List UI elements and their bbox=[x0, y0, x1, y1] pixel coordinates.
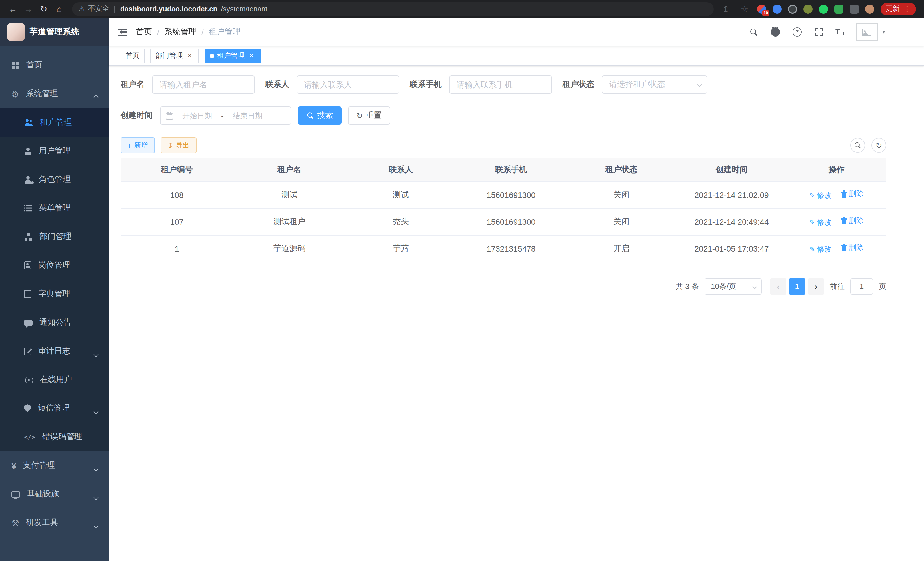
sidebar-item-user-management[interactable]: 用户管理 bbox=[0, 137, 109, 165]
tab-tenant-management[interactable]: 租户管理 × bbox=[205, 48, 261, 63]
date-range-picker[interactable]: - bbox=[160, 106, 291, 125]
extensions-puzzle-button[interactable] bbox=[850, 4, 859, 14]
goto-label: 前往 bbox=[830, 281, 844, 291]
export-button[interactable]: ↧ 导出 bbox=[160, 137, 196, 153]
close-tab-icon[interactable]: × bbox=[186, 52, 194, 60]
delete-link[interactable]: 删除 bbox=[841, 189, 864, 199]
site-warning-icon[interactable]: ⚠ bbox=[79, 6, 85, 12]
address-bar[interactable]: ⚠ 不安全 dashboard.yudao.iocoder.cn/system/… bbox=[72, 2, 714, 16]
tab-label: 部门管理 bbox=[155, 51, 183, 61]
sidebar-item-menu-management[interactable]: 菜单管理 bbox=[0, 194, 109, 223]
app-logo[interactable]: 芋道管理系统 bbox=[0, 18, 109, 46]
sidebar-item-sms-management[interactable]: 短信管理 bbox=[0, 394, 109, 423]
fullscreen-button[interactable] bbox=[813, 26, 825, 38]
phone-input[interactable] bbox=[449, 75, 552, 94]
breadcrumb-separator: / bbox=[201, 28, 203, 36]
table-header-row: 租户编号 租户名 联系人 联系手机 租户状态 创建时间 操作 bbox=[121, 158, 886, 181]
address-divider bbox=[115, 5, 115, 12]
sidebar-item-post-management[interactable]: 岗位管理 bbox=[0, 251, 109, 280]
url-path: /system/tenant bbox=[221, 5, 267, 13]
sidebar-item-dept-management[interactable]: 部门管理 bbox=[0, 223, 109, 251]
edit-link[interactable]: ✎修改 bbox=[809, 190, 832, 200]
sidebar-item-payment-management[interactable]: ¥ 支付管理 bbox=[0, 451, 109, 480]
toggle-search-button[interactable] bbox=[850, 138, 865, 153]
column-header-status: 租户状态 bbox=[566, 158, 676, 181]
breadcrumb-item-tenant: 租户管理 bbox=[209, 27, 241, 37]
browser-update-button[interactable]: 更新 ⋮ bbox=[880, 3, 916, 15]
sidebar-item-label: 岗位管理 bbox=[38, 260, 70, 271]
user-avatar-dropdown[interactable]: ▾ bbox=[856, 23, 885, 41]
extension-button-2[interactable] bbox=[772, 4, 782, 14]
extension-button-5[interactable] bbox=[819, 4, 828, 14]
extension-button-6[interactable] bbox=[834, 4, 843, 14]
edit-pencil-icon: ✎ bbox=[809, 246, 815, 253]
sidebar-item-audit-log[interactable]: 审计日志 bbox=[0, 337, 109, 365]
next-page-button[interactable]: › bbox=[808, 278, 824, 294]
cell-phone: 15601691300 bbox=[456, 208, 566, 235]
goto-page-input[interactable] bbox=[850, 278, 873, 294]
start-date-input[interactable] bbox=[176, 111, 218, 120]
browser-reload-button[interactable]: ↻ bbox=[37, 2, 51, 16]
sidebar-item-role-management[interactable]: 角色管理 bbox=[0, 165, 109, 194]
sidebar-item-dict-management[interactable]: 字典管理 bbox=[0, 280, 109, 308]
refresh-table-button[interactable]: ↻ bbox=[872, 138, 886, 153]
sidebar-item-error-code-management[interactable]: </> 错误码管理 bbox=[0, 423, 109, 451]
cell-created: 2021-12-14 20:49:44 bbox=[676, 208, 787, 235]
sidebar-item-dev-tools[interactable]: ⚒ 研发工具 bbox=[0, 508, 109, 537]
status-select-placeholder: 请选择租户状态 bbox=[609, 80, 698, 90]
date-range-separator: - bbox=[221, 111, 224, 120]
share-icon[interactable]: ↥ bbox=[719, 3, 732, 15]
page-number-button[interactable]: 1 bbox=[789, 278, 805, 294]
browser-profile-avatar[interactable] bbox=[865, 4, 874, 14]
edit-link[interactable]: ✎修改 bbox=[809, 217, 832, 227]
edit-pencil-icon: ✎ bbox=[809, 192, 815, 199]
header-search-button[interactable] bbox=[747, 26, 760, 38]
cell-actions: ✎修改删除 bbox=[787, 208, 886, 235]
browser-menu-icon[interactable]: ⋮ bbox=[903, 5, 911, 13]
tab-dept-management[interactable]: 部门管理 × bbox=[150, 48, 199, 63]
end-date-input[interactable] bbox=[226, 111, 269, 120]
sidebar-item-system-management[interactable]: ⚙ 系统管理 bbox=[0, 80, 109, 108]
breadcrumb-item-system[interactable]: 系统管理 bbox=[164, 27, 196, 37]
browser-forward-button[interactable]: → bbox=[21, 2, 35, 16]
fold-sidebar-button[interactable] bbox=[109, 18, 136, 46]
prev-page-button[interactable]: ‹ bbox=[770, 278, 786, 294]
add-button[interactable]: + 新增 bbox=[121, 137, 154, 153]
sidebar-item-notice[interactable]: 通知公告 bbox=[0, 308, 109, 337]
delete-link[interactable]: 删除 bbox=[841, 243, 864, 253]
avatar-broken-image bbox=[856, 23, 878, 41]
page-size-select[interactable]: 10条/页 bbox=[705, 278, 762, 294]
status-select[interactable]: 请选择租户状态 bbox=[602, 75, 707, 94]
tenant-name-input[interactable] bbox=[152, 75, 255, 94]
contact-input[interactable] bbox=[297, 75, 399, 94]
github-button[interactable] bbox=[769, 26, 782, 38]
refresh-icon: ↻ bbox=[875, 141, 882, 149]
security-label: 不安全 bbox=[88, 4, 110, 14]
sidebar-item-infrastructure[interactable]: 基础设施 bbox=[0, 480, 109, 508]
reset-button[interactable]: ↻ 重置 bbox=[348, 106, 390, 125]
extension-button-3[interactable] bbox=[788, 4, 797, 14]
cell-actions: ✎修改删除 bbox=[787, 181, 886, 208]
close-tab-icon[interactable]: × bbox=[248, 52, 255, 60]
browser-back-button[interactable]: ← bbox=[6, 2, 20, 16]
breadcrumb-item-home[interactable]: 首页 bbox=[136, 27, 152, 37]
sidebar-item-label: 通知公告 bbox=[39, 317, 71, 328]
question-icon bbox=[793, 27, 802, 37]
breadcrumb: 首页 / 系统管理 / 租户管理 bbox=[136, 27, 241, 37]
app-title: 芋道管理系统 bbox=[30, 27, 80, 37]
delete-link[interactable]: 删除 bbox=[841, 216, 864, 226]
sidebar-item-online-users[interactable]: 在线用户 bbox=[0, 365, 109, 394]
sidebar-item-tenant-management[interactable]: 租户管理 bbox=[0, 108, 109, 137]
extension-button-4[interactable] bbox=[803, 4, 813, 14]
docs-help-button[interactable] bbox=[791, 26, 803, 38]
tab-home[interactable]: 首页 bbox=[121, 48, 145, 63]
navbar-right-menu: ▾ bbox=[747, 23, 924, 41]
edit-link[interactable]: ✎修改 bbox=[809, 244, 832, 254]
sidebar-item-home[interactable]: 首页 bbox=[0, 51, 109, 80]
browser-home-button[interactable]: ⌂ bbox=[52, 2, 66, 16]
extension-button-1[interactable]: 10 bbox=[757, 4, 766, 14]
search-button[interactable]: 搜索 bbox=[298, 106, 342, 125]
font-size-button[interactable] bbox=[834, 26, 847, 38]
logo-image bbox=[8, 23, 25, 41]
bookmark-star-icon[interactable]: ☆ bbox=[738, 3, 751, 15]
